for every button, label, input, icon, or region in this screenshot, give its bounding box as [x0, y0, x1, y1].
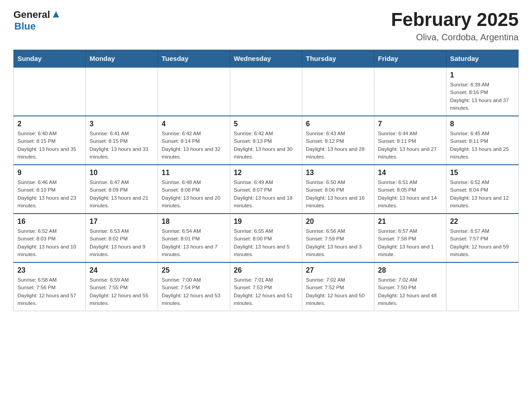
column-header-tuesday: Tuesday — [158, 50, 230, 68]
day-number: 11 — [162, 169, 226, 177]
day-cell: 7Sunrise: 6:44 AMSunset: 8:11 PMDaylight… — [374, 116, 446, 165]
day-info: Sunrise: 6:53 AMSunset: 8:02 PMDaylight:… — [90, 227, 154, 258]
day-info: Sunrise: 6:59 AMSunset: 7:55 PMDaylight:… — [90, 276, 154, 307]
day-info: Sunrise: 6:45 AMSunset: 8:11 PMDaylight:… — [450, 130, 515, 161]
day-info: Sunrise: 6:42 AMSunset: 8:14 PMDaylight:… — [162, 130, 226, 161]
day-cell: 11Sunrise: 6:48 AMSunset: 8:08 PMDayligh… — [158, 165, 230, 214]
logo-blue-text: Blue — [14, 21, 36, 32]
day-number: 19 — [234, 218, 298, 226]
day-cell: 3Sunrise: 6:41 AMSunset: 8:15 PMDaylight… — [86, 116, 158, 165]
day-cell — [374, 67, 446, 116]
day-number: 21 — [378, 218, 442, 226]
day-number: 16 — [17, 218, 82, 226]
day-cell: 27Sunrise: 7:02 AMSunset: 7:52 PMDayligh… — [302, 262, 374, 311]
week-row-2: 2Sunrise: 6:40 AMSunset: 8:15 PMDaylight… — [14, 116, 519, 165]
day-cell: 28Sunrise: 7:02 AMSunset: 7:50 PMDayligh… — [374, 262, 446, 311]
day-cell: 13Sunrise: 6:50 AMSunset: 8:06 PMDayligh… — [302, 165, 374, 214]
day-number: 22 — [450, 218, 515, 226]
day-number: 15 — [450, 169, 515, 177]
day-info: Sunrise: 6:51 AMSunset: 8:05 PMDaylight:… — [378, 179, 442, 210]
day-cell — [86, 67, 158, 116]
week-row-1: 1Sunrise: 6:39 AMSunset: 8:16 PMDaylight… — [14, 67, 519, 116]
day-info: Sunrise: 6:47 AMSunset: 8:09 PMDaylight:… — [90, 179, 154, 210]
page-header: General Blue February 2025 Oliva, Cordob… — [13, 9, 519, 43]
day-number: 26 — [234, 266, 298, 274]
day-cell: 2Sunrise: 6:40 AMSunset: 8:15 PMDaylight… — [14, 116, 86, 165]
day-number: 3 — [90, 120, 154, 128]
day-info: Sunrise: 6:58 AMSunset: 7:56 PMDaylight:… — [17, 276, 82, 307]
day-cell: 6Sunrise: 6:43 AMSunset: 8:12 PMDaylight… — [302, 116, 374, 165]
day-info: Sunrise: 6:44 AMSunset: 8:11 PMDaylight:… — [378, 130, 442, 161]
day-info: Sunrise: 6:54 AMSunset: 8:01 PMDaylight:… — [162, 227, 226, 258]
logo-triangle-icon — [51, 9, 61, 19]
day-cell: 19Sunrise: 6:55 AMSunset: 8:00 PMDayligh… — [230, 214, 302, 262]
column-header-friday: Friday — [374, 50, 446, 68]
day-cell — [446, 262, 519, 311]
calendar-title: February 2025 — [391, 9, 519, 30]
day-info: Sunrise: 7:02 AMSunset: 7:50 PMDaylight:… — [378, 276, 442, 307]
day-cell: 1Sunrise: 6:39 AMSunset: 8:16 PMDaylight… — [446, 67, 519, 116]
day-number: 6 — [306, 120, 370, 128]
calendar-header-row: SundayMondayTuesdayWednesdayThursdayFrid… — [14, 50, 519, 68]
day-cell: 22Sunrise: 6:57 AMSunset: 7:57 PMDayligh… — [446, 214, 519, 262]
day-cell — [14, 67, 86, 116]
day-number: 9 — [17, 169, 82, 177]
day-number: 20 — [306, 218, 370, 226]
day-number: 7 — [378, 120, 442, 128]
calendar-subtitle: Oliva, Cordoba, Argentina — [391, 32, 519, 43]
day-cell: 18Sunrise: 6:54 AMSunset: 8:01 PMDayligh… — [158, 214, 230, 262]
week-row-4: 16Sunrise: 6:52 AMSunset: 8:03 PMDayligh… — [14, 214, 519, 262]
calendar-table: SundayMondayTuesdayWednesdayThursdayFrid… — [13, 50, 519, 311]
day-number: 10 — [90, 169, 154, 177]
logo-general-text: General — [13, 9, 50, 21]
day-number: 17 — [90, 218, 154, 226]
day-info: Sunrise: 6:55 AMSunset: 8:00 PMDaylight:… — [234, 227, 298, 258]
day-info: Sunrise: 6:39 AMSunset: 8:16 PMDaylight:… — [450, 81, 515, 112]
title-block: February 2025 Oliva, Cordoba, Argentina — [391, 9, 519, 43]
day-info: Sunrise: 6:46 AMSunset: 8:10 PMDaylight:… — [17, 179, 82, 210]
day-cell: 12Sunrise: 6:49 AMSunset: 8:07 PMDayligh… — [230, 165, 302, 214]
day-info: Sunrise: 6:56 AMSunset: 7:59 PMDaylight:… — [306, 227, 370, 258]
day-cell: 9Sunrise: 6:46 AMSunset: 8:10 PMDaylight… — [14, 165, 86, 214]
day-cell — [230, 67, 302, 116]
day-cell: 10Sunrise: 6:47 AMSunset: 8:09 PMDayligh… — [86, 165, 158, 214]
day-cell — [158, 67, 230, 116]
column-header-saturday: Saturday — [446, 50, 519, 68]
day-number: 4 — [162, 120, 226, 128]
day-number: 25 — [162, 266, 226, 274]
day-number: 24 — [90, 266, 154, 274]
svg-marker-0 — [53, 11, 59, 17]
day-cell: 24Sunrise: 6:59 AMSunset: 7:55 PMDayligh… — [86, 262, 158, 311]
day-info: Sunrise: 7:02 AMSunset: 7:52 PMDaylight:… — [306, 276, 370, 307]
day-info: Sunrise: 6:52 AMSunset: 8:03 PMDaylight:… — [17, 227, 82, 258]
day-number: 18 — [162, 218, 226, 226]
day-cell: 5Sunrise: 6:42 AMSunset: 8:13 PMDaylight… — [230, 116, 302, 165]
day-info: Sunrise: 6:49 AMSunset: 8:07 PMDaylight:… — [234, 179, 298, 210]
day-cell: 26Sunrise: 7:01 AMSunset: 7:53 PMDayligh… — [230, 262, 302, 311]
day-number: 5 — [234, 120, 298, 128]
day-number: 14 — [378, 169, 442, 177]
day-info: Sunrise: 6:48 AMSunset: 8:08 PMDaylight:… — [162, 179, 226, 210]
day-cell: 15Sunrise: 6:52 AMSunset: 8:04 PMDayligh… — [446, 165, 519, 214]
day-cell: 17Sunrise: 6:53 AMSunset: 8:02 PMDayligh… — [86, 214, 158, 262]
day-cell: 14Sunrise: 6:51 AMSunset: 8:05 PMDayligh… — [374, 165, 446, 214]
day-number: 28 — [378, 266, 442, 274]
day-cell — [302, 67, 374, 116]
week-row-5: 23Sunrise: 6:58 AMSunset: 7:56 PMDayligh… — [14, 262, 519, 311]
day-info: Sunrise: 6:42 AMSunset: 8:13 PMDaylight:… — [234, 130, 298, 161]
logo: General Blue — [13, 9, 61, 32]
column-header-monday: Monday — [86, 50, 158, 68]
day-info: Sunrise: 6:52 AMSunset: 8:04 PMDaylight:… — [450, 179, 515, 210]
day-cell: 4Sunrise: 6:42 AMSunset: 8:14 PMDaylight… — [158, 116, 230, 165]
day-number: 1 — [450, 71, 515, 79]
day-number: 27 — [306, 266, 370, 274]
day-info: Sunrise: 7:00 AMSunset: 7:54 PMDaylight:… — [162, 276, 226, 307]
day-cell: 21Sunrise: 6:57 AMSunset: 7:58 PMDayligh… — [374, 214, 446, 262]
day-number: 2 — [17, 120, 82, 128]
column-header-sunday: Sunday — [14, 50, 86, 68]
day-cell: 25Sunrise: 7:00 AMSunset: 7:54 PMDayligh… — [158, 262, 230, 311]
day-cell: 20Sunrise: 6:56 AMSunset: 7:59 PMDayligh… — [302, 214, 374, 262]
day-cell: 8Sunrise: 6:45 AMSunset: 8:11 PMDaylight… — [446, 116, 519, 165]
day-number: 23 — [17, 266, 82, 274]
column-header-wednesday: Wednesday — [230, 50, 302, 68]
